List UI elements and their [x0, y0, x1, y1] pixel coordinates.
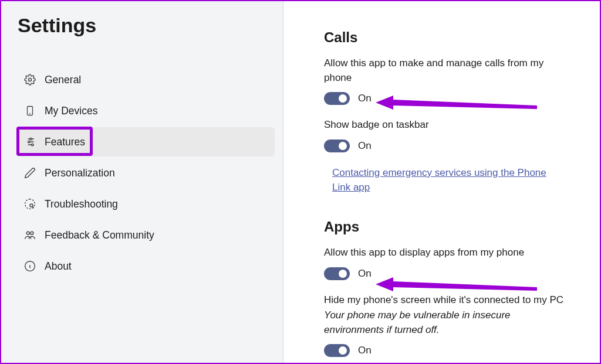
sidebar-item-label: Personalization — [45, 167, 115, 179]
toggle-row-calls-manage: On — [324, 92, 565, 105]
troubleshoot-icon — [23, 198, 36, 210]
sidebar-item-personalization[interactable]: Personalization — [18, 158, 275, 188]
setting-desc: Show badge on taskbar — [324, 118, 565, 132]
toggle-row-apps-hide: On — [324, 344, 565, 357]
toggle-row-apps-display: On — [324, 267, 565, 280]
emergency-link[interactable]: Contacting emergency services using the … — [332, 167, 546, 193]
sidebar-item-feedback[interactable]: Feedback & Community — [18, 220, 275, 250]
toggle-label: On — [358, 140, 372, 152]
sidebar-item-my-devices[interactable]: My Devices — [18, 96, 275, 125]
sidebar-item-label: General — [45, 74, 81, 86]
vertical-divider — [283, 1, 283, 363]
toggle-label: On — [358, 93, 372, 104]
setting-warning: Your phone may be vulnerable in insecure… — [324, 308, 565, 337]
svg-point-0 — [29, 79, 32, 81]
toggle-calls-badge[interactable] — [324, 140, 350, 152]
setting-desc: Allow this app to make and manage calls … — [324, 56, 565, 85]
setting-desc: Hide my phone's screen while it's connec… — [324, 293, 565, 308]
svg-rect-1 — [28, 107, 33, 115]
pencil-icon — [23, 166, 36, 179]
svg-point-15 — [31, 232, 33, 234]
svg-point-9 — [30, 138, 32, 140]
svg-point-10 — [28, 141, 30, 142]
toggle-row-calls-badge: On — [324, 140, 565, 152]
sidebar-item-troubleshooting[interactable]: Troubleshooting — [18, 189, 275, 219]
info-icon — [23, 260, 36, 273]
section-title-apps: Apps — [324, 219, 565, 235]
sidebar-item-features[interactable]: Features — [18, 127, 275, 157]
page-title: Settings — [18, 14, 283, 37]
sidebar: Settings General My Devices Features — [1, 1, 283, 363]
sidebar-item-label: Feedback & Community — [45, 229, 154, 241]
section-title-calls: Calls — [324, 29, 565, 46]
sidebar-item-label: Troubleshooting — [45, 198, 118, 210]
sidebar-item-label: Features — [45, 136, 85, 148]
toggle-label: On — [358, 268, 372, 280]
sidebar-item-label: About — [45, 260, 72, 273]
features-icon — [23, 135, 36, 148]
gear-icon — [23, 73, 36, 86]
phone-icon — [23, 104, 36, 117]
emergency-link-row: Contacting emergency services using the … — [332, 165, 565, 195]
toggle-calls-manage[interactable] — [324, 92, 350, 105]
sidebar-item-about[interactable]: About — [18, 251, 275, 281]
toggle-apps-hide[interactable] — [324, 344, 350, 357]
sidebar-nav: General My Devices Features Personalizat… — [18, 65, 283, 281]
sidebar-item-label: My Devices — [45, 105, 97, 117]
sidebar-item-general[interactable]: General — [18, 65, 275, 94]
toggle-label: On — [358, 345, 372, 356]
toggle-apps-display[interactable] — [324, 267, 350, 280]
content-panel: Calls Allow this app to make and manage … — [283, 1, 600, 363]
svg-point-14 — [26, 232, 29, 234]
setting-desc: Allow this app to display apps from my p… — [324, 246, 565, 260]
svg-point-11 — [32, 144, 33, 145]
community-icon — [23, 229, 36, 241]
